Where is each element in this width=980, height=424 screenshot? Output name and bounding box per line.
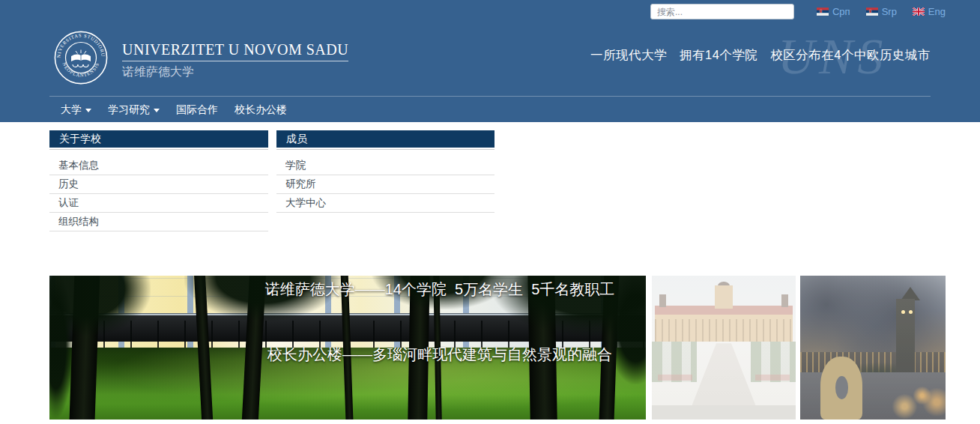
serbia-flag-icon [866,7,878,16]
uk-flag-icon [913,7,925,16]
menu-link-university-centers[interactable]: 大学中心 [276,194,494,213]
panel-link-list: 学院 研究所 大学中心 [276,149,494,213]
nav-item-label: 校长办公楼 [235,97,287,122]
lang-label: Srp [882,6,897,17]
photo-overlay [652,276,796,420]
svg-text:UNIVERSITAS STUDIORUM: UNIVERSITAS STUDIORUM [54,31,106,58]
nav-item-rectorate[interactable]: 校长办公楼 [226,97,295,122]
lang-link-eng[interactable]: Eng [913,6,946,17]
menu-link-institutes[interactable]: 研究所 [276,175,494,194]
menu-link-organization[interactable]: 组织结构 [49,213,268,231]
site-header: Срп Srp Eng [0,0,980,122]
chevron-down-icon [154,109,160,112]
panel-title: 关于学校 [49,130,268,148]
panel-link-list: 基本信息 历史 认证 组织结构 [49,149,268,231]
carousel-thumb-city-hall-plaza[interactable] [652,276,796,420]
main-nav: 大学 学习研究 国际合作 校长办公楼 [52,97,295,122]
slide-caption-line2: 校长办公楼——多瑙河畔现代建筑与自然景观的融合 [237,344,643,366]
menu-link-faculties[interactable]: 学院 [276,157,494,175]
menu-link-basic-info[interactable]: 基本信息 [49,157,268,175]
menu-panel-about: 关于学校 基本信息 历史 认证 组织结构 [49,130,268,231]
nav-item-study-research[interactable]: 学习研究 [100,97,168,122]
nav-item-international[interactable]: 国际合作 [168,97,226,122]
menu-panel-members: 成员 学院 研究所 大学中心 [276,130,494,213]
carousel-main-slide[interactable]: 诺维萨德大学——14个学院 5万名学生 5千名教职工 校长办公楼——多瑙河畔现代… [49,276,646,420]
slide-caption: 诺维萨德大学——14个学院 5万名学生 5千名教职工 校长办公楼——多瑙河畔现代… [237,276,643,409]
university-seal-logo[interactable]: UNIVERSITAS STUDIORUM NEOPLANTENSIS [54,31,108,85]
search-input[interactable] [650,4,794,19]
university-homepage: Срп Srp Eng [0,0,980,424]
site-title-latin[interactable]: UNIVERZITET U NOVOM SADU [122,41,348,61]
site-title-chinese: 诺维萨德大学 [122,64,348,80]
nav-item-label: 国际合作 [176,97,218,122]
photo-overlay [800,276,946,420]
nav-item-university[interactable]: 大学 [52,97,100,122]
nav-item-label: 学习研究 [108,97,150,122]
site-title-block: UNIVERZITET U NOVOM SADU 诺维萨德大学 [122,41,348,80]
header-tagline: 一所现代大学 拥有14个学院 校区分布在4个中欧历史城市 [590,47,931,64]
carousel-thumb-tower-dusk[interactable] [800,276,946,420]
slide-caption-line1: 诺维萨德大学——14个学院 5万名学生 5千名教职工 [237,279,643,300]
lang-link-srp-latin[interactable]: Srp [866,6,897,17]
panel-title: 成员 [276,130,494,148]
menu-link-history[interactable]: 历史 [49,175,268,194]
chevron-down-icon [85,109,91,112]
lang-link-srp-cyrillic[interactable]: Срп [817,6,850,17]
seal-text-bottom: NEOPLANTENSIS [62,61,100,78]
lang-label: Срп [832,6,850,17]
svg-text:NEOPLANTENSIS: NEOPLANTENSIS [62,61,100,78]
foliage [49,276,73,418]
open-book-icon [71,50,91,67]
nav-item-label: 大学 [61,97,82,122]
language-switcher: Срп Srp Eng [808,6,946,17]
seal-text-top: UNIVERSITAS STUDIORUM [54,31,106,58]
serbia-flag-icon [817,7,829,16]
lang-label: Eng [928,6,946,17]
menu-link-accreditation[interactable]: 认证 [49,194,268,213]
